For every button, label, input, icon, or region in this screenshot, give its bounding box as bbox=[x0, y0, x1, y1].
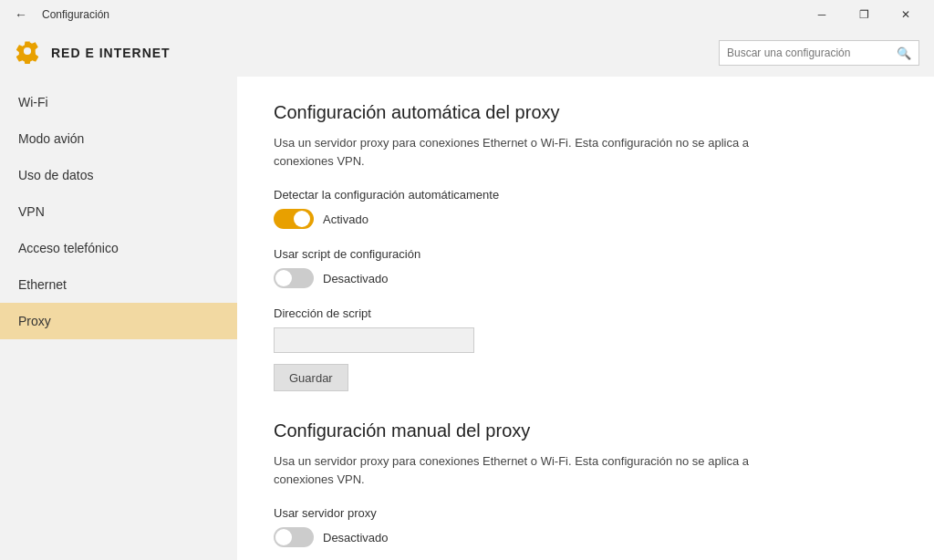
script-toggle-row: Desactivado bbox=[274, 268, 898, 288]
script-label: Usar script de configuración bbox=[274, 247, 898, 261]
script-address-label: Dirección de script bbox=[274, 306, 898, 320]
script-toggle-label: Desactivado bbox=[323, 272, 389, 285]
auto-section-title: Configuración automática del proxy bbox=[274, 102, 898, 123]
gear-icon bbox=[15, 38, 40, 67]
sidebar-item-vpn[interactable]: VPN bbox=[0, 193, 237, 230]
content-area: Configuración automática del proxy Usa u… bbox=[237, 77, 934, 560]
app-header-left: RED E INTERNET bbox=[15, 38, 171, 67]
title-bar-controls: ─ ❐ ✕ bbox=[801, 0, 927, 29]
detect-label: Detectar la configuración automáticament… bbox=[274, 188, 898, 202]
proxy-toggle-label: Desactivado bbox=[323, 531, 389, 544]
manual-section-title: Configuración manual del proxy bbox=[274, 420, 898, 441]
script-address-input[interactable] bbox=[274, 327, 474, 353]
detect-toggle-row: Activado bbox=[274, 209, 898, 229]
app-header: RED E INTERNET 🔍 bbox=[0, 29, 934, 77]
title-bar-left: ← Configuración bbox=[7, 0, 109, 29]
sidebar-item-proxy[interactable]: Proxy bbox=[0, 303, 237, 339]
app-body: Wi-Fi Modo avión Uso de datos VPN Acceso… bbox=[0, 77, 934, 560]
sidebar-item-wifi[interactable]: Wi-Fi bbox=[0, 84, 237, 120]
save-button[interactable]: Guardar bbox=[274, 364, 348, 391]
title-bar-title: Configuración bbox=[42, 8, 109, 21]
search-input[interactable] bbox=[727, 47, 897, 59]
auto-section-desc: Usa un servidor proxy para conexiones Et… bbox=[274, 134, 766, 170]
close-button[interactable]: ✕ bbox=[885, 0, 927, 29]
script-toggle[interactable] bbox=[274, 268, 314, 288]
back-button[interactable]: ← bbox=[7, 0, 35, 29]
manual-section-desc: Usa un servidor proxy para conexiones Et… bbox=[274, 452, 766, 488]
detect-toggle-label: Activado bbox=[323, 213, 368, 226]
detect-toggle-thumb bbox=[294, 211, 310, 227]
sidebar-item-ethernet[interactable]: Ethernet bbox=[0, 266, 237, 303]
search-box[interactable]: 🔍 bbox=[719, 40, 919, 66]
proxy-toggle-thumb bbox=[275, 529, 292, 545]
script-toggle-thumb bbox=[275, 270, 292, 286]
restore-button[interactable]: ❐ bbox=[843, 0, 885, 29]
proxy-label: Usar servidor proxy bbox=[274, 506, 898, 520]
title-bar: ← Configuración ─ ❐ ✕ bbox=[0, 0, 934, 29]
search-icon: 🔍 bbox=[897, 47, 911, 60]
sidebar-item-acceso-telefonico[interactable]: Acceso telefónico bbox=[0, 230, 237, 266]
sidebar: Wi-Fi Modo avión Uso de datos VPN Acceso… bbox=[0, 77, 237, 560]
proxy-toggle[interactable] bbox=[274, 527, 314, 547]
app-title: RED E INTERNET bbox=[51, 46, 171, 60]
proxy-toggle-row: Desactivado bbox=[274, 527, 898, 547]
sidebar-item-modo-avion[interactable]: Modo avión bbox=[0, 120, 237, 157]
sidebar-item-uso-datos[interactable]: Uso de datos bbox=[0, 157, 237, 193]
detect-toggle[interactable] bbox=[274, 209, 314, 229]
minimize-button[interactable]: ─ bbox=[801, 0, 843, 29]
